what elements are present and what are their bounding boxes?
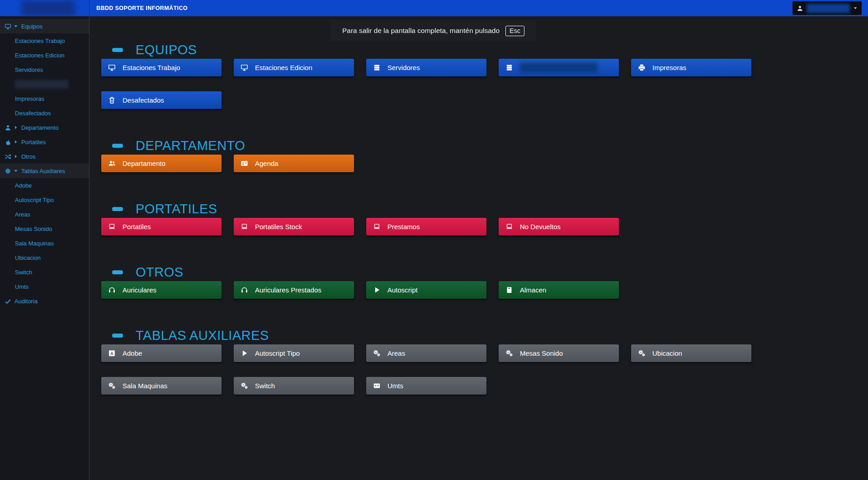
button-label: Umts bbox=[387, 382, 403, 390]
action-button-umts[interactable]: Umts bbox=[366, 377, 486, 395]
sidebar-item-desafectados[interactable]: Desafectados bbox=[0, 106, 89, 120]
action-button-adobe[interactable]: Adobe bbox=[101, 344, 222, 362]
action-button-prestamos[interactable]: Prestamos bbox=[366, 218, 486, 235]
laptop-icon bbox=[373, 223, 381, 231]
section-header: DEPARTAMENTO bbox=[101, 138, 868, 153]
caret-down-icon bbox=[853, 6, 858, 10]
button-grid: PortatilesPortatiles StockPrestamosNo De… bbox=[101, 218, 757, 235]
button-label: Switch bbox=[255, 382, 275, 390]
collapse-minus-icon[interactable] bbox=[112, 334, 123, 338]
sidebar-item-label: Portatiles bbox=[21, 139, 46, 146]
section-header: PORTATILES bbox=[101, 202, 868, 216]
sidebar-item-sala-maquinas[interactable]: Sala Maquinas bbox=[0, 236, 89, 250]
action-button-almacen[interactable]: Almacen bbox=[499, 281, 619, 299]
button-label: Adobe bbox=[123, 349, 142, 357]
action-button-sala-maquinas[interactable]: Sala Maquinas bbox=[101, 377, 222, 395]
action-button-switch[interactable]: Switch bbox=[234, 377, 354, 395]
sidebar-item-estaciones-trabajo[interactable]: Estaciones Trabajo bbox=[0, 33, 89, 48]
section-title: OTROS bbox=[136, 265, 184, 280]
sidebar-item-label: Switch bbox=[15, 269, 32, 276]
section-otros: OTROSAuricularesAuriculares PrestadosAut… bbox=[101, 265, 868, 299]
sidebar-item-label: Umts bbox=[15, 283, 28, 290]
collapse-minus-icon[interactable] bbox=[112, 144, 123, 148]
action-button-mesas-sonido[interactable]: Mesas Sonido bbox=[499, 344, 619, 362]
action-button-impresoras[interactable]: Impresoras bbox=[631, 59, 751, 76]
action-button-desafectados[interactable]: Desafectados bbox=[101, 91, 222, 109]
user-icon bbox=[797, 5, 803, 12]
sidebar-item-autoscript-tipo[interactable]: Autoscript Tipo bbox=[0, 193, 89, 207]
sidebar-item-impresoras[interactable]: Impresoras bbox=[0, 91, 89, 106]
action-button-portatiles-stock[interactable]: Portatiles Stock bbox=[234, 218, 354, 235]
action-button-estaciones-trabajo[interactable]: Estaciones Trabajo bbox=[101, 59, 222, 76]
action-button-portatiles[interactable]: Portatiles bbox=[101, 218, 222, 235]
app-logo-redacted bbox=[22, 0, 75, 16]
button-label: Desafectados bbox=[123, 96, 164, 104]
sidebar-item-servidores[interactable]: Servidores bbox=[0, 62, 89, 77]
action-button-auriculares-prestados[interactable]: Auriculares Prestados bbox=[234, 281, 354, 299]
sidebar-item-redacted[interactable] bbox=[0, 77, 89, 91]
section-title: EQUIPOS bbox=[136, 42, 197, 57]
sidebar-item-label: Auditoria bbox=[14, 298, 38, 305]
sidebar-item-ubicacion[interactable]: Ubicacion bbox=[0, 250, 89, 265]
headphones-icon bbox=[108, 286, 116, 294]
sidebar-item-departamento[interactable]: Departamento bbox=[0, 120, 89, 135]
sidebar-item-auditoria[interactable]: Auditoria bbox=[0, 294, 89, 308]
button-label: Mesas Sonido bbox=[520, 349, 563, 357]
button-label: Prestamos bbox=[387, 223, 420, 231]
id-card-icon bbox=[373, 382, 381, 390]
button-grid: AdobeAutoscript TipoAreasMesas SonidoUbi… bbox=[101, 344, 757, 395]
button-label: Almacen bbox=[520, 286, 546, 294]
caret-right-icon bbox=[11, 154, 18, 159]
action-button-agenda[interactable]: Agenda bbox=[234, 155, 354, 172]
action-button-autoscript-tipo[interactable]: Autoscript Tipo bbox=[234, 344, 354, 362]
section-title: TABLAS AUXILIARES bbox=[136, 328, 269, 343]
user-menu[interactable] bbox=[793, 1, 862, 15]
sidebar-item-label: Autoscript Tipo bbox=[15, 197, 54, 203]
collapse-minus-icon[interactable] bbox=[112, 270, 123, 274]
sidebar-item-otros[interactable]: Otros bbox=[0, 149, 89, 164]
action-button-departamento[interactable]: Departamento bbox=[101, 155, 222, 172]
laptop-icon bbox=[505, 223, 513, 231]
desktop-icon bbox=[108, 64, 116, 71]
sidebar-item-areas[interactable]: Areas bbox=[0, 207, 89, 221]
sidebar-item-portatiles[interactable]: Portatiles bbox=[0, 135, 89, 149]
action-button-estaciones-edicion[interactable]: Estaciones Edicion bbox=[234, 59, 354, 76]
action-button-autoscript[interactable]: Autoscript bbox=[366, 281, 486, 299]
address-card-icon bbox=[241, 160, 248, 167]
sidebar-item-switch[interactable]: Switch bbox=[0, 265, 89, 279]
section-title: PORTATILES bbox=[136, 202, 217, 216]
sidebar-item-label: Desafectados bbox=[15, 110, 51, 117]
action-button-redacted[interactable] bbox=[499, 59, 619, 76]
cogs-icon bbox=[373, 349, 381, 357]
section-header: TABLAS AUXILIARES bbox=[101, 328, 868, 343]
section-portatiles: PORTATILESPortatilesPortatiles StockPres… bbox=[101, 202, 868, 235]
button-label: Sala Maquinas bbox=[123, 382, 167, 390]
sidebar-item-tablas-auxiliares[interactable]: Tablas Auxiliares bbox=[0, 164, 89, 178]
button-label: Servidores bbox=[387, 64, 420, 71]
sidebar-item-label: Mesas Sonido bbox=[15, 226, 52, 232]
sections: EQUIPOSEstaciones TrabajoEstaciones Edic… bbox=[101, 42, 868, 395]
collapse-minus-icon[interactable] bbox=[112, 207, 123, 211]
sidebar-item-label: Sala Maquinas bbox=[15, 240, 54, 247]
sidebar-item-equipos[interactable]: Equipos bbox=[0, 19, 89, 33]
collapse-minus-icon[interactable] bbox=[112, 48, 123, 52]
sidebar-item-estaciones-edicion[interactable]: Estaciones Edicion bbox=[0, 48, 89, 62]
action-button-auriculares[interactable]: Auriculares bbox=[101, 281, 222, 299]
sidebar-item-adobe[interactable]: Adobe bbox=[0, 178, 89, 193]
section-tablas-auxiliares: TABLAS AUXILIARESAdobeAutoscript TipoAre… bbox=[101, 328, 868, 395]
sidebar-item-label: Impresoras bbox=[15, 95, 44, 102]
sidebar-nav: EquiposEstaciones TrabajoEstaciones Edic… bbox=[0, 16, 89, 308]
sidebar-item-label: Ubicacion bbox=[15, 254, 41, 261]
sidebar-item-mesas-sonido[interactable]: Mesas Sonido bbox=[0, 221, 89, 236]
button-label: Departamento bbox=[123, 160, 165, 167]
action-button-servidores[interactable]: Servidores bbox=[366, 59, 486, 76]
sidebar-item-label: Departamento bbox=[21, 124, 58, 131]
adobe-icon bbox=[108, 349, 116, 357]
sidebar-item-umts[interactable]: Umts bbox=[0, 279, 89, 294]
sidebar-item-label: Areas bbox=[15, 211, 30, 218]
redacted-label bbox=[15, 80, 68, 89]
action-button-areas[interactable]: Areas bbox=[366, 344, 486, 362]
action-button-no-devueltos[interactable]: No Devueltos bbox=[499, 218, 619, 235]
action-button-ubicacion[interactable]: Ubicacion bbox=[631, 344, 751, 362]
section-title: DEPARTAMENTO bbox=[136, 138, 245, 153]
